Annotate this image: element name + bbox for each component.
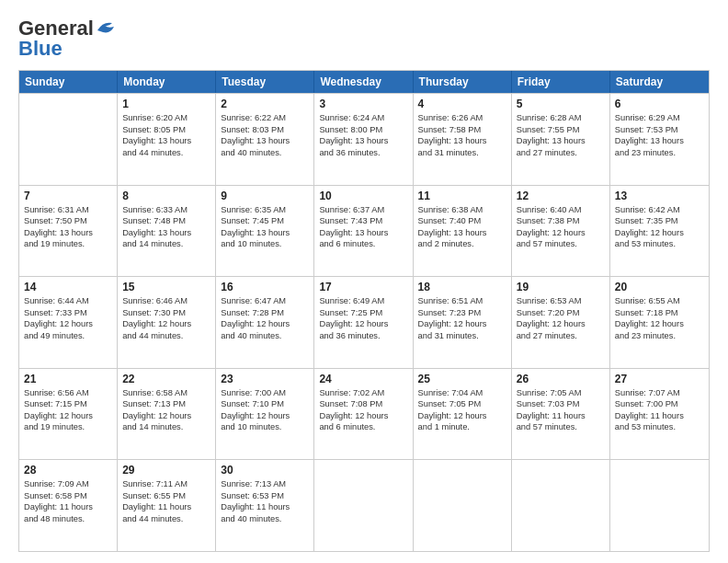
day-number: 12 (517, 190, 605, 202)
cell-line: Sunset: 7:00 PM (615, 398, 704, 410)
calendar-cell-13: 13Sunrise: 6:42 AMSunset: 7:35 PMDayligh… (610, 186, 709, 277)
cell-line: Sunset: 7:38 PM (517, 215, 605, 227)
cell-line: Sunset: 7:53 PM (615, 124, 704, 136)
cell-line: Daylight: 12 hours (24, 410, 112, 422)
cell-line: and 57 minutes. (517, 421, 605, 433)
cell-line: Daylight: 13 hours (122, 135, 210, 147)
calendar-cell-3: 3Sunrise: 6:24 AMSunset: 8:00 PMDaylight… (314, 94, 413, 185)
cell-line: Sunrise: 6:51 AM (418, 295, 506, 307)
cell-line: Sunrise: 7:02 AM (319, 387, 407, 399)
day-number: 17 (319, 281, 407, 293)
calendar-cell-16: 16Sunrise: 6:47 AMSunset: 7:28 PMDayligh… (216, 277, 314, 368)
calendar-cell-22: 22Sunrise: 6:58 AMSunset: 7:13 PMDayligh… (118, 369, 216, 460)
day-number: 15 (122, 281, 210, 293)
cell-line: and 40 minutes. (221, 513, 309, 525)
cell-line: Sunset: 7:18 PM (615, 307, 704, 319)
day-number: 4 (418, 98, 506, 110)
calendar-cell-14: 14Sunrise: 6:44 AMSunset: 7:33 PMDayligh… (19, 277, 118, 368)
cell-line: and 40 minutes. (221, 330, 309, 342)
header-day-wednesday: Wednesday (314, 71, 413, 93)
cell-line: Sunrise: 6:31 AM (24, 204, 112, 216)
cell-line: and 23 minutes. (615, 147, 704, 159)
cell-line: Sunset: 8:03 PM (221, 124, 309, 136)
calendar-cell-29: 29Sunrise: 7:11 AMSunset: 6:55 PMDayligh… (118, 460, 216, 551)
cell-line: Sunrise: 7:07 AM (615, 387, 704, 399)
cell-line: and 53 minutes. (615, 238, 704, 250)
cell-line: and 49 minutes. (24, 330, 112, 342)
calendar-row-1: 7Sunrise: 6:31 AMSunset: 7:50 PMDaylight… (19, 185, 709, 277)
cell-line: and 48 minutes. (24, 513, 112, 525)
cell-line: Daylight: 13 hours (122, 227, 210, 239)
day-number: 21 (24, 373, 112, 385)
cell-line: and 6 minutes. (319, 238, 407, 250)
cell-line: Sunrise: 6:22 AM (221, 112, 309, 124)
header-day-saturday: Saturday (610, 71, 709, 93)
day-number: 2 (221, 98, 309, 110)
day-number: 30 (221, 464, 309, 477)
cell-line: Sunrise: 7:11 AM (122, 478, 210, 490)
cell-line: Daylight: 12 hours (122, 318, 210, 330)
cell-line: Daylight: 13 hours (319, 227, 407, 239)
day-number: 25 (418, 373, 506, 385)
cell-line: Sunrise: 6:56 AM (24, 387, 112, 399)
cell-line: Sunset: 7:20 PM (517, 307, 605, 319)
cell-line: and 44 minutes. (122, 147, 210, 159)
cell-line: and 10 minutes. (221, 421, 309, 433)
cell-line: Sunrise: 6:28 AM (517, 112, 605, 124)
cell-line: Sunrise: 7:00 AM (221, 387, 309, 399)
cell-line: Sunrise: 6:29 AM (615, 112, 704, 124)
cell-line: and 36 minutes. (319, 330, 407, 342)
cell-line: Sunset: 7:43 PM (319, 215, 407, 227)
day-number: 23 (221, 373, 309, 385)
day-number: 20 (615, 281, 704, 293)
cell-line: Daylight: 13 hours (221, 135, 309, 147)
calendar-cell-4: 4Sunrise: 6:26 AMSunset: 7:58 PMDaylight… (414, 94, 512, 185)
calendar-cell-28: 28Sunrise: 7:09 AMSunset: 6:58 PMDayligh… (19, 460, 118, 551)
cell-line: Sunrise: 6:53 AM (517, 295, 605, 307)
cell-line: Daylight: 13 hours (24, 227, 112, 239)
cell-line: Daylight: 12 hours (24, 318, 112, 330)
calendar-cell-empty-4-3 (314, 460, 413, 551)
cell-line: and 44 minutes. (122, 330, 210, 342)
cell-line: Sunrise: 6:44 AM (24, 295, 112, 307)
header-day-tuesday: Tuesday (216, 71, 314, 93)
calendar-cell-24: 24Sunrise: 7:02 AMSunset: 7:08 PMDayligh… (314, 369, 413, 460)
cell-line: Sunrise: 6:46 AM (122, 295, 210, 307)
cell-line: Sunset: 6:53 PM (221, 490, 309, 502)
calendar-cell-17: 17Sunrise: 6:49 AMSunset: 7:25 PMDayligh… (314, 277, 413, 368)
calendar-cell-1: 1Sunrise: 6:20 AMSunset: 8:05 PMDaylight… (118, 94, 216, 185)
day-number: 24 (319, 373, 407, 385)
cell-line: Daylight: 12 hours (615, 227, 704, 239)
calendar-cell-30: 30Sunrise: 7:13 AMSunset: 6:53 PMDayligh… (216, 460, 314, 551)
cell-line: Daylight: 13 hours (221, 227, 309, 239)
calendar-cell-19: 19Sunrise: 6:53 AMSunset: 7:20 PMDayligh… (512, 277, 610, 368)
day-number: 1 (122, 98, 210, 110)
calendar-header: SundayMondayTuesdayWednesdayThursdayFrid… (19, 71, 709, 93)
cell-line: and 31 minutes. (418, 147, 506, 159)
cell-line: Sunset: 7:50 PM (24, 215, 112, 227)
calendar-cell-20: 20Sunrise: 6:55 AMSunset: 7:18 PMDayligh… (610, 277, 709, 368)
day-number: 7 (24, 190, 112, 202)
logo: General Blue (18, 17, 116, 61)
cell-line: Sunrise: 6:37 AM (319, 204, 407, 216)
calendar-cell-7: 7Sunrise: 6:31 AMSunset: 7:50 PMDaylight… (19, 186, 118, 277)
cell-line: Sunset: 7:13 PM (122, 398, 210, 410)
day-number: 11 (418, 190, 506, 202)
cell-line: Daylight: 11 hours (24, 501, 112, 513)
day-number: 9 (221, 190, 309, 202)
cell-line: Sunrise: 6:35 AM (221, 204, 309, 216)
cell-line: Sunrise: 7:09 AM (24, 478, 112, 490)
calendar-cell-26: 26Sunrise: 7:05 AMSunset: 7:03 PMDayligh… (512, 369, 610, 460)
day-number: 5 (517, 98, 605, 110)
cell-line: Daylight: 13 hours (517, 135, 605, 147)
cell-line: Sunrise: 6:26 AM (418, 112, 506, 124)
cell-line: Sunset: 7:33 PM (24, 307, 112, 319)
calendar-cell-15: 15Sunrise: 6:46 AMSunset: 7:30 PMDayligh… (118, 277, 216, 368)
header-day-friday: Friday (512, 71, 610, 93)
day-number: 19 (517, 281, 605, 293)
calendar: SundayMondayTuesdayWednesdayThursdayFrid… (18, 70, 710, 552)
day-number: 8 (122, 190, 210, 202)
cell-line: Daylight: 12 hours (418, 318, 506, 330)
cell-line: Daylight: 12 hours (615, 318, 704, 330)
calendar-cell-8: 8Sunrise: 6:33 AMSunset: 7:48 PMDaylight… (118, 186, 216, 277)
